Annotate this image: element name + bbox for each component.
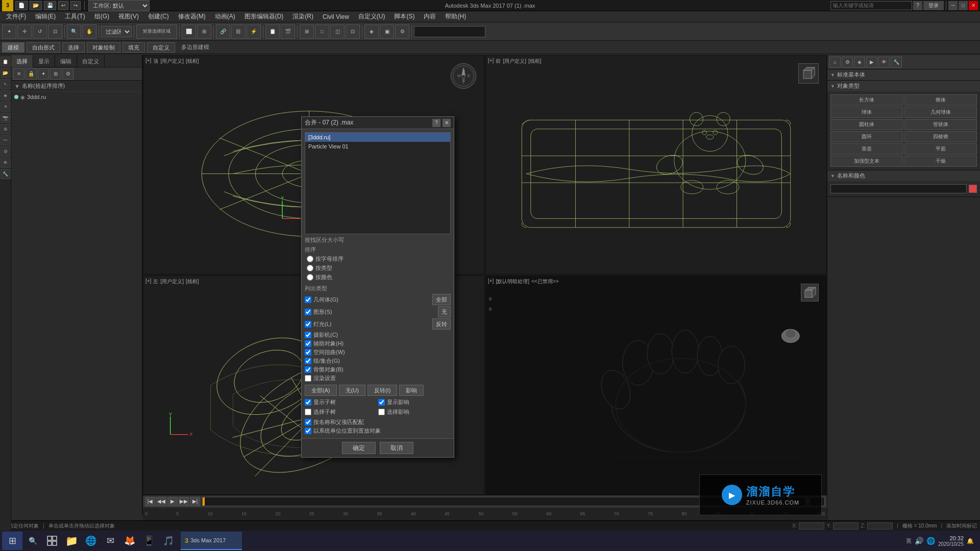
menu-edit[interactable]: 编辑(E) [31,12,60,22]
material-btn[interactable]: ◈ [364,24,379,39]
menu-tools[interactable]: 工具(T) [61,12,89,22]
mirror-btn[interactable]: ◫ [330,24,345,39]
tray-notification[interactable]: 🔔 [967,538,974,544]
groups-checkbox-label[interactable]: 组/集合(G) [305,357,451,365]
vp-userdef-left[interactable]: [用户定义] [160,278,184,285]
tl-end-btn[interactable]: ▶| [190,497,200,506]
name-match-check[interactable] [305,419,311,425]
geometry-checkbox-label[interactable]: 几何体(G) [305,295,338,304]
x-coord-input[interactable] [799,522,824,530]
highlight-btn[interactable]: ✦ [38,68,49,80]
cameras-checkbox-label[interactable]: 摄影机(C) [305,331,451,339]
viewport-perspective[interactable]: [+] [默认明暗处理] <<已禁用>> 0 0 [485,276,827,495]
rp-motion-btn[interactable]: ▶ [866,57,877,68]
btn-tube[interactable]: 管状体 [904,119,977,130]
tab-modeling[interactable]: 建模 [2,42,24,53]
taskbar-firefox[interactable]: 🦊 [120,532,139,550]
btn-text[interactable]: 加强型文本 [830,156,903,167]
tray-sound[interactable]: 🔊 [915,537,923,545]
select-effects-check[interactable] [378,409,385,415]
select-effects-label[interactable]: 选择影响 [378,408,451,416]
config-btn[interactable]: ⚙ [62,68,74,80]
select-none-btn[interactable]: 无(U) [339,385,365,396]
lights-checkbox[interactable] [305,321,311,328]
vp-view-top[interactable]: 顶 [153,58,158,65]
move-tool[interactable]: ✛ [17,24,32,39]
btn-teapot[interactable]: 茶壶 [830,143,903,155]
dialog-list-item-0[interactable]: [3ddd.ru] [305,133,450,142]
rp-display-btn[interactable]: 👁 [878,57,890,68]
tab-objectpaint[interactable]: 对象绘制 [87,42,120,53]
sort-color-radio[interactable] [307,274,313,281]
vp-plus-front[interactable]: [+] [488,58,494,65]
vp-view-persp[interactable]: [默认明暗处理] [496,278,529,285]
menu-group[interactable]: 组(G) [90,12,113,22]
search-input[interactable] [830,1,912,10]
unlink-btn[interactable]: ⛓ [231,24,246,39]
scene-explorer-icon[interactable]: 📋 [1,57,11,67]
menu-grapheditor[interactable]: 图形编辑器(D) [240,12,288,22]
window-cross-btn[interactable]: ⬜ [182,24,196,39]
menu-content[interactable]: 内容 [420,12,440,22]
viewport-front[interactable]: [+] 前 [用户定义] [线框] [485,55,827,274]
vp-plus-persp[interactable]: [+] [488,278,494,285]
rp-create-btn[interactable]: ⌂ [829,57,841,68]
object-name-input[interactable] [830,184,967,193]
tl-play-btn[interactable]: ▶ [167,497,178,506]
bones-checkbox-label[interactable]: 骨骼对象(B) [305,365,451,374]
tray-lang[interactable]: 英 [906,537,912,545]
crossing-btn[interactable]: ⊞ [197,24,211,39]
display-children-check[interactable] [305,399,311,406]
systems-icon[interactable]: ⚙ [1,146,11,157]
helpers-checkbox-label[interactable]: 辅助对象(H) [305,339,451,348]
file-icon[interactable]: 📄 [15,1,28,10]
select-children-check[interactable] [305,409,311,415]
spacewarps-checkbox-label[interactable]: 空间扭曲(W) [305,348,451,357]
display-effects-check[interactable] [378,399,385,406]
rp-modify-btn[interactable]: ⚙ [842,57,853,68]
vp-cube-front[interactable] [798,63,819,84]
groups-checkbox[interactable] [305,358,311,364]
menu-help[interactable]: 帮助(H) [441,12,470,22]
help-btn[interactable]: ? [913,1,922,10]
vp-linetype-front[interactable]: [线框] [528,58,542,65]
cancel-btn[interactable]: 取消 [380,442,413,454]
spacewarps-checkbox[interactable] [305,349,311,356]
cameras-checkbox[interactable] [305,332,311,338]
shapes-none-btn[interactable]: 无 [438,306,451,317]
taskbar-extra1[interactable]: 📱 [140,532,158,550]
select-invert-btn[interactable]: 反转(I) [368,385,397,396]
rp-object-types-header[interactable]: ▼ 对象类型 [827,81,980,91]
sort-alpha-radio[interactable] [307,256,313,262]
menu-view[interactable]: 视图(V) [114,12,143,22]
sort-alpha-label[interactable]: 按字母排序 [307,255,451,263]
link-btn[interactable]: 🔗 [216,24,230,39]
btn-sphere[interactable]: 球体 [830,107,903,118]
vp-plus-top[interactable]: [+] [145,58,151,65]
tab-edit[interactable]: 编辑 [55,55,77,67]
lock-btn[interactable]: 🔒 [26,68,37,80]
select-region-btn[interactable]: 矩形选择区域 [136,24,177,39]
btn-plane[interactable]: 平面 [904,143,977,155]
redo-icon[interactable]: ↪ [70,1,81,10]
sort-type-radio[interactable] [307,265,313,271]
taskbar-edge[interactable]: 🌐 [82,532,100,550]
menu-scripting[interactable]: 脚本(S) [390,12,419,22]
tab-populate[interactable]: 填充 [122,42,145,53]
sort-type-label[interactable]: 按类型 [307,264,451,272]
login-btn[interactable]: 登录 [923,1,944,10]
btn-torus[interactable]: 圆环 [830,131,903,142]
menu-create[interactable]: 创建(C) [144,12,173,22]
tab-selection[interactable]: 选择 [62,42,85,53]
layer-btn[interactable]: 📋 [265,24,280,39]
tl-next-btn[interactable]: ▶▶ [179,497,189,506]
utilities-icon[interactable]: 🔧 [1,169,11,179]
display-effects-label[interactable]: 显示影响 [378,398,451,407]
geometry-checkbox[interactable] [305,296,311,303]
open-icon[interactable]: 📂 [30,1,42,10]
rotate-tool[interactable]: ↺ [33,24,47,39]
light-icon[interactable]: ☀ [1,102,11,112]
close-btn[interactable]: ✕ [969,1,978,10]
color-swatch[interactable] [969,185,977,193]
btn-cylinder[interactable]: 圆柱体 [830,119,903,130]
